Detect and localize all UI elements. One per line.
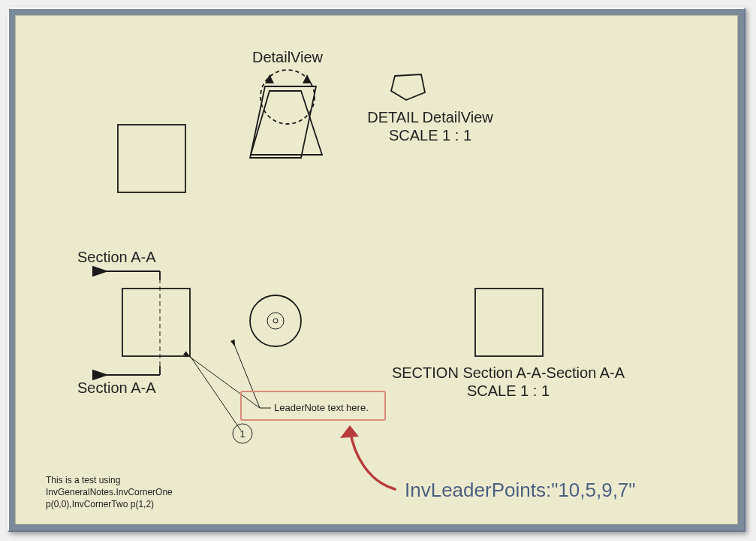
section-label-bottom: Section A-A	[77, 379, 156, 396]
section-scale: SCALE 1 : 1	[467, 382, 550, 399]
detail-circle[interactable]	[261, 70, 315, 124]
section-label-top: Section A-A	[77, 249, 156, 265]
svg-point-8	[250, 295, 301, 346]
svg-line-15	[191, 357, 241, 431]
window-frame: DetailView DETAIL DetailView SCALE 1 : 1	[8, 8, 745, 532]
svg-point-10	[273, 319, 278, 323]
detail-scale: SCALE 1 : 1	[389, 127, 471, 144]
detailview-label-above: DetailView	[252, 49, 324, 65]
drawing-canvas[interactable]: DetailView DETAIL DetailView SCALE 1 : 1	[15, 15, 738, 524]
general-notes-line3: p(0,0),InvCornerTwo p(1,2)	[46, 499, 154, 509]
svg-rect-11	[475, 289, 543, 356]
general-notes-line1: This is a test using	[46, 475, 120, 485]
detail-title: DETAIL DetailView	[367, 109, 493, 125]
leader-note-text: LeaderNote text here.	[274, 402, 369, 413]
leader-note[interactable]	[190, 346, 271, 408]
annotation-arrow	[340, 425, 395, 489]
annotation-text: InvLeaderPoints:"10,5,9,7"	[405, 479, 636, 501]
base-view-square[interactable]	[118, 125, 185, 192]
section-view[interactable]	[475, 289, 543, 356]
svg-point-9	[267, 313, 284, 329]
section-title: SECTION Section A-A-Section A-A	[392, 364, 625, 381]
detail-view-fragment[interactable]	[391, 74, 425, 100]
circle-view[interactable]	[250, 295, 301, 346]
balloon-number: 1	[239, 428, 245, 440]
svg-rect-2	[122, 289, 190, 356]
general-notes-line2: InvGeneralNotes.InvCornerOne	[46, 487, 173, 497]
section-parent-view[interactable]	[106, 271, 190, 375]
